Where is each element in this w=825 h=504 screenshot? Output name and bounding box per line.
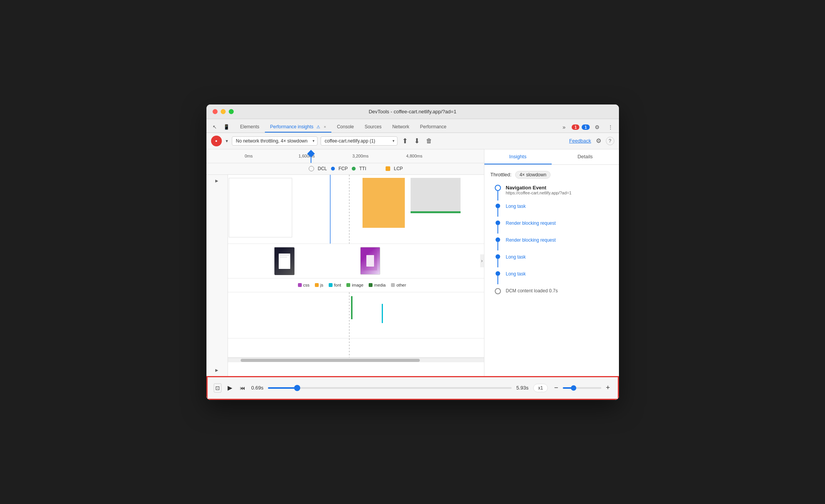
item-1-dot bbox=[496, 220, 500, 225]
tab-network[interactable]: Network bbox=[387, 122, 414, 133]
maximize-button[interactable] bbox=[229, 109, 234, 114]
cyan-bar bbox=[382, 304, 383, 323]
zoom-track[interactable] bbox=[563, 387, 601, 389]
legend-font: font bbox=[329, 283, 341, 287]
insight-item-3: Long task bbox=[494, 254, 613, 267]
item-4-line bbox=[497, 276, 498, 284]
window-title: DevTools - coffee-cart.netlify.app/?ad=1 bbox=[369, 109, 456, 114]
clear-button[interactable]: 🗑 bbox=[424, 136, 434, 146]
expand-arrow-top[interactable]: ▶ bbox=[215, 179, 218, 183]
play-button[interactable]: ▶ bbox=[226, 383, 234, 393]
zoom-in-button[interactable]: + bbox=[604, 382, 612, 393]
item-0-dot-container bbox=[494, 204, 502, 217]
tab-bar: ↖ 📱 Elements Performance insights ⚠ × Co… bbox=[206, 119, 619, 133]
throttle-row: Throttled: 4× slowdown bbox=[491, 171, 613, 179]
tab-elements[interactable]: Elements bbox=[235, 122, 265, 133]
item-1-dot-container bbox=[494, 220, 502, 234]
insight-item-1: Render blocking request bbox=[494, 220, 613, 234]
minimize-button[interactable] bbox=[221, 109, 226, 114]
item-4-dot bbox=[496, 271, 500, 276]
speed-badge[interactable]: x1 bbox=[533, 384, 548, 392]
traffic-lights bbox=[213, 109, 234, 114]
green-bar bbox=[411, 211, 461, 213]
vertical-dashed-2 bbox=[349, 292, 349, 338]
item-1-line bbox=[497, 225, 498, 234]
insight-link-2[interactable]: Render blocking request bbox=[506, 237, 556, 250]
scrubber-track[interactable] bbox=[268, 387, 512, 389]
zoom-thumb[interactable] bbox=[571, 385, 576, 391]
tab-close-icon[interactable]: × bbox=[324, 124, 326, 129]
download-button[interactable]: ⬇ bbox=[412, 135, 421, 147]
tab-insights[interactable]: Insights bbox=[484, 149, 552, 164]
toolbar-settings-button[interactable]: ⚙ bbox=[594, 136, 603, 146]
record-dropdown-button[interactable]: ▾ bbox=[225, 138, 229, 144]
more-tabs-button[interactable]: » bbox=[559, 122, 569, 133]
scrubber-thumb[interactable] bbox=[294, 385, 300, 391]
insight-link-4[interactable]: Long task bbox=[506, 271, 526, 284]
time-end-label: 5.93s bbox=[516, 385, 529, 391]
settings-button[interactable]: ⚙ bbox=[592, 122, 603, 133]
scrollbar-thumb[interactable] bbox=[241, 359, 420, 362]
insight-item-4: Long task bbox=[494, 271, 613, 284]
screenshot-thumb-purple bbox=[360, 247, 380, 275]
timeline-area: 0ms 1,600ms 3,200ms 4,800ms DCL bbox=[206, 149, 484, 376]
titlebar: DevTools - coffee-cart.netlify.app/?ad=1 bbox=[206, 104, 619, 119]
zoom-out-button[interactable]: − bbox=[552, 382, 560, 393]
expand-arrow-bottom[interactable]: ▶ bbox=[215, 368, 218, 372]
legend-js: js bbox=[315, 283, 323, 287]
throttle-dropdown[interactable]: No network throttling, 4× slowdown bbox=[232, 136, 318, 146]
help-button[interactable]: ? bbox=[606, 137, 614, 145]
close-button[interactable] bbox=[213, 109, 218, 114]
page-placeholder bbox=[229, 178, 292, 237]
throttle-dropdown-wrapper: No network throttling, 4× slowdown bbox=[232, 136, 318, 146]
feedback-button[interactable]: Feedback bbox=[569, 138, 591, 144]
screenshot-thumb-dark bbox=[274, 247, 294, 275]
time-start-label: 0.69s bbox=[251, 385, 264, 391]
legend-font-color bbox=[329, 283, 333, 287]
tab-console[interactable]: Console bbox=[331, 122, 359, 133]
device-toolbar-button[interactable]: 📱 bbox=[221, 122, 232, 133]
marker-dcl: DCL bbox=[318, 166, 327, 171]
item-5-dot bbox=[495, 288, 501, 294]
tab-performance[interactable]: Performance bbox=[414, 122, 452, 133]
item-3-dot-container bbox=[494, 254, 502, 267]
main-content: 0ms 1,600ms 3,200ms 4,800ms DCL bbox=[206, 149, 619, 376]
captions-button[interactable]: ⊡ bbox=[214, 383, 221, 393]
record-button[interactable]: ● bbox=[211, 136, 222, 146]
marker-lcp: LCP bbox=[394, 166, 403, 171]
screenshot-bar: › bbox=[228, 244, 484, 279]
nav-event-item: Navigation Event https://coffee-cart.net… bbox=[494, 185, 613, 201]
upload-button[interactable]: ⬆ bbox=[401, 135, 409, 147]
tab-sources[interactable]: Sources bbox=[359, 122, 387, 133]
insight-link-1[interactable]: Render blocking request bbox=[506, 220, 556, 234]
insight-link-0[interactable]: Long task bbox=[506, 204, 526, 217]
target-dropdown[interactable]: coffee-cart.netlify.app (1) bbox=[321, 136, 398, 146]
item-2-dot-container bbox=[494, 237, 502, 250]
timeline-expand-right[interactable]: › bbox=[480, 254, 484, 267]
nav-event-url: https://coffee-cart.netlify.app/?ad=1 bbox=[506, 191, 572, 195]
insight-item-5: DCM content loaded 0.7s bbox=[494, 288, 613, 294]
inspect-tool-button[interactable]: ↖ bbox=[210, 122, 220, 133]
legend-js-color bbox=[315, 283, 319, 287]
timeline-body: ▶ ▶ bbox=[206, 175, 484, 376]
tab-extra-icons: » 1 1 ⚙ ⋮ bbox=[559, 122, 615, 133]
insight-link-3[interactable]: Long task bbox=[506, 254, 526, 267]
vertical-dashed-line bbox=[349, 175, 349, 244]
timeline-ruler: 0ms 1,600ms 3,200ms 4,800ms bbox=[206, 149, 484, 163]
bottom-row bbox=[228, 338, 484, 358]
more-options-button[interactable]: ⋮ bbox=[605, 122, 616, 133]
legend-bar: css js font image bbox=[228, 279, 484, 292]
tab-details[interactable]: Details bbox=[552, 149, 619, 164]
target-dropdown-wrapper: coffee-cart.netlify.app (1) bbox=[321, 136, 398, 146]
skip-start-button[interactable]: ⏮ bbox=[238, 383, 247, 393]
insight-text-5: DCM content loaded 0.7s bbox=[506, 288, 558, 294]
insights-tabs: Insights Details bbox=[484, 149, 619, 165]
tab-performance-insights[interactable]: Performance insights ⚠ × bbox=[265, 122, 332, 133]
ruler-4800ms: 4,800ms bbox=[406, 154, 422, 158]
devtools-window: DevTools - coffee-cart.netlify.app/?ad=1… bbox=[206, 104, 619, 400]
timeline-scrubber[interactable] bbox=[308, 149, 314, 163]
bottom-controls: ⊡ ▶ ⏮ 0.69s 5.93s x1 − + bbox=[206, 376, 619, 400]
scrollbar-area[interactable] bbox=[228, 358, 484, 362]
nav-event-dot bbox=[495, 185, 501, 191]
nav-event-title: Navigation Event bbox=[506, 185, 572, 191]
